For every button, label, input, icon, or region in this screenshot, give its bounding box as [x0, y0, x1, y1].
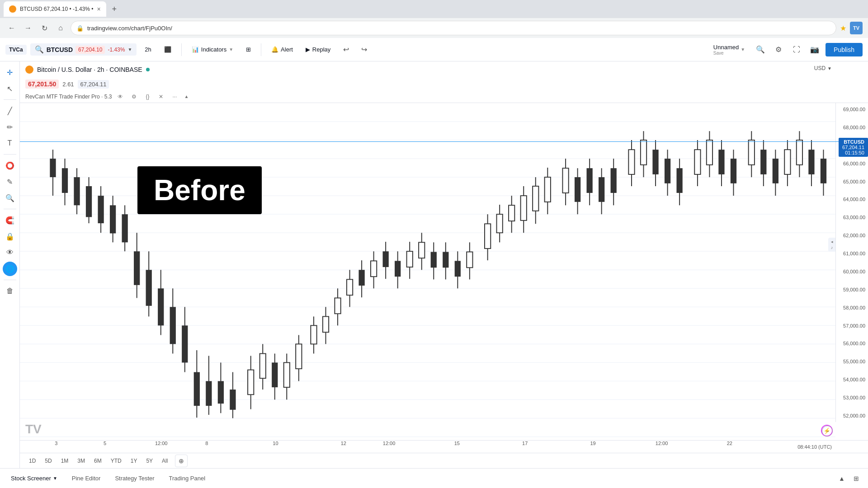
scroll-end-btn[interactable]: →: [822, 426, 833, 436]
star-button[interactable]: ★: [840, 24, 846, 33]
svg-rect-75: [395, 261, 401, 277]
before-overlay: Before: [137, 166, 262, 214]
left-sidebar: ✛ ↖ ╱ ✏ T ⭕ ✎ 🔍 🧲 🔒 👁 🌐 🗑: [0, 61, 20, 468]
price-tick-63k: 63,000.00: [839, 215, 865, 220]
home-button[interactable]: ⌂: [54, 22, 67, 34]
chart-canvas[interactable]: Before 69,000.00 68,000.00 67,000.00 66,…: [20, 103, 868, 440]
crosshair-tool[interactable]: ✛: [3, 65, 17, 80]
trendline-tool[interactable]: ╱: [3, 103, 17, 118]
indicator-eye-btn[interactable]: 👁: [115, 92, 125, 102]
expand-panel-btn[interactable]: ⊞: [850, 472, 863, 485]
alert-button[interactable]: 🔔 Alert: [267, 44, 297, 55]
indicators-icon: 📊: [192, 46, 199, 53]
price-label-value: 67,204.11: [842, 145, 864, 150]
eye-icon: 👁: [118, 94, 123, 100]
time-all[interactable]: All: [158, 456, 171, 466]
svg-rect-59: [296, 344, 302, 369]
bar-style-icon: ⬛: [164, 46, 171, 53]
settings-icon: ⚙: [775, 45, 782, 54]
browser-tab[interactable]: BTCUSD 67,204.10 • -1.43% • ×: [4, 1, 106, 17]
cursor-tool[interactable]: ↖: [3, 81, 17, 96]
zoom-tool[interactable]: 🔍: [3, 191, 17, 205]
panel-icon-2[interactable]: ♪: [831, 245, 833, 250]
redo-button[interactable]: ↪: [357, 42, 371, 57]
search-chart-icon: 🔍: [756, 45, 765, 54]
price-tick-66k: 66,000.00: [839, 161, 865, 166]
search-chart-button[interactable]: 🔍: [753, 42, 768, 57]
indicator-code-btn[interactable]: {}: [142, 92, 152, 102]
more-icon: ···: [172, 94, 177, 100]
new-tab-button[interactable]: +: [108, 3, 121, 15]
time-ytd[interactable]: YTD: [107, 456, 125, 466]
forward-button[interactable]: →: [22, 22, 34, 34]
time-5y[interactable]: 5Y: [142, 456, 156, 466]
extension-button[interactable]: TV: [850, 22, 863, 34]
undo-button[interactable]: ↩: [339, 42, 353, 57]
svg-rect-19: [50, 159, 56, 177]
stock-screener-label: Stock Screener: [11, 475, 51, 482]
tab-close-btn[interactable]: ×: [97, 5, 100, 13]
bottom-panel: Stock Screener ▼ Pine Editor Strategy Te…: [0, 468, 868, 488]
measure-tool[interactable]: ✎: [3, 174, 17, 189]
x-label-1200-2: 12:00: [383, 441, 396, 446]
svg-rect-103: [575, 177, 580, 202]
time-1y[interactable]: 1Y: [127, 456, 141, 466]
svg-rect-49: [230, 389, 236, 410]
lock-tool[interactable]: 🔒: [3, 229, 17, 244]
trading-panel-tab[interactable]: Trading Panel: [164, 472, 211, 484]
settings-button[interactable]: ⚙: [771, 42, 786, 57]
svg-rect-113: [641, 140, 646, 165]
svg-rect-127: [731, 159, 736, 183]
compare-button[interactable]: ⊕: [175, 455, 188, 467]
layout-button[interactable]: ⊞: [241, 44, 255, 55]
indicator-more-btn[interactable]: ···: [170, 92, 179, 102]
text-tool[interactable]: T: [3, 136, 17, 150]
collapse-btn[interactable]: ▲: [183, 94, 189, 100]
trash-tool[interactable]: 🗑: [3, 284, 17, 298]
stock-screener-tab[interactable]: Stock Screener ▼: [5, 472, 63, 484]
indicator-bar: RevCan MTF Trade Finder Pro · 5.3 👁 ⚙ {}…: [20, 90, 868, 103]
time-5d[interactable]: 5D: [41, 456, 55, 466]
refresh-button[interactable]: ↻: [38, 22, 51, 34]
globe-tool[interactable]: 🌐: [3, 262, 17, 276]
svg-rect-123: [707, 140, 712, 165]
indicator-settings-btn[interactable]: ⚙: [129, 92, 139, 102]
browser-window: BTCUSD 67,204.10 • -1.43% • × + ← → ↻ ⌂ …: [0, 0, 868, 38]
collapse-panel-btn[interactable]: ▲: [835, 472, 848, 485]
magnet-tool[interactable]: 🧲: [3, 213, 17, 227]
screenshot-button[interactable]: 📷: [807, 42, 822, 57]
svg-rect-89: [485, 224, 491, 249]
svg-rect-65: [335, 298, 340, 314]
pine-editor-tab[interactable]: Pine Editor: [66, 472, 106, 484]
svg-rect-97: [533, 186, 538, 211]
panel-icon-1[interactable]: ◂: [831, 239, 833, 244]
trading-panel-label: Trading Panel: [169, 475, 205, 482]
fullscreen-button[interactable]: ⛶: [789, 42, 804, 57]
strategy-tester-tab[interactable]: Strategy Tester: [109, 472, 160, 484]
patterns-tool[interactable]: ⭕: [3, 158, 17, 173]
indicators-button[interactable]: 📊 Indicators ▼: [187, 44, 238, 55]
price-tick-53k: 53,000.00: [839, 395, 865, 400]
time-3m[interactable]: 3M: [74, 456, 89, 466]
x-label-19: 19: [590, 441, 595, 446]
symbol-search[interactable]: 🔍 BTCUSD 67,204.10 -1.43% ▼: [30, 43, 137, 56]
watch-tool[interactable]: 👁: [3, 245, 17, 260]
price-exact: 67,204.11: [78, 80, 109, 89]
svg-rect-139: [808, 150, 814, 174]
price-badge: 67,204.10: [75, 46, 105, 54]
time-1m[interactable]: 1M: [57, 456, 72, 466]
time-6m[interactable]: 6M: [90, 456, 105, 466]
back-button[interactable]: ←: [5, 22, 18, 34]
unnamed-button[interactable]: Unnamed Save ▼: [709, 42, 750, 58]
publish-button[interactable]: Publish: [826, 43, 863, 56]
svg-rect-125: [718, 150, 724, 174]
current-price: 67,201.50: [25, 80, 59, 89]
bar-style-button[interactable]: ⬛: [160, 44, 176, 55]
time-1d[interactable]: 1D: [25, 456, 39, 466]
address-bar[interactable]: 🔒 tradingview.com/chart/FjPu0OIn/: [71, 21, 836, 35]
tv-logo[interactable]: TVCa: [5, 45, 27, 55]
pen-tool[interactable]: ✏: [3, 120, 17, 134]
indicator-remove-btn[interactable]: ✕: [156, 92, 166, 102]
replay-button[interactable]: ▶ Replay: [301, 44, 335, 55]
interval-button[interactable]: 2h: [140, 44, 156, 55]
